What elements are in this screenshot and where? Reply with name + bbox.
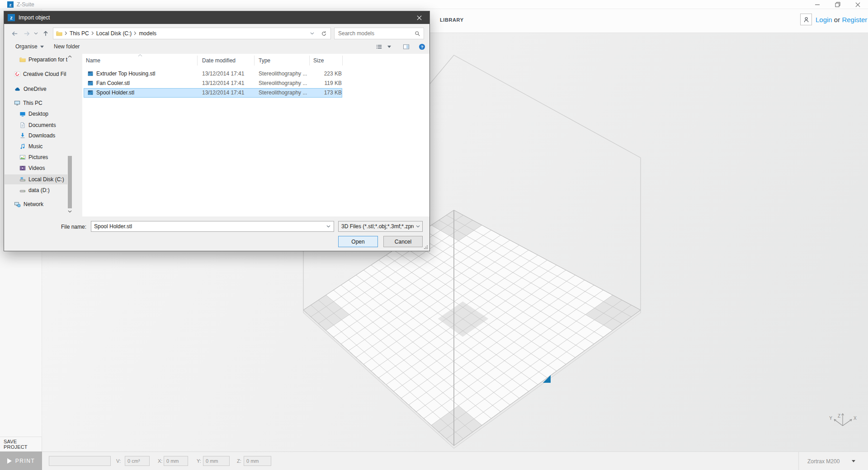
sidebar-item-desktop[interactable]: Desktop: [19, 109, 83, 119]
forward-button[interactable]: [21, 28, 32, 38]
music-icon: [19, 143, 26, 150]
sidebar-item-pictures[interactable]: Pictures: [19, 152, 83, 162]
column-divider: [254, 56, 255, 66]
open-button[interactable]: Open: [338, 236, 378, 247]
search-icon: [415, 31, 420, 37]
dialog-zsuite-logo-icon: z: [8, 14, 15, 21]
file-row-extruder-top-housing[interactable]: Extruder Top Housing.stl 13/12/2014 17:4…: [84, 69, 342, 79]
refresh-icon[interactable]: [321, 31, 327, 37]
address-history-dropdown[interactable]: [310, 32, 314, 35]
new-folder-button[interactable]: New folder: [54, 43, 80, 50]
sidebar-item-local-disk-c[interactable]: Local Disk (C:): [19, 174, 83, 184]
svg-text:z: z: [10, 15, 13, 20]
file-type-select[interactable]: 3D Files (*.stl;*.obj;*.3mf;*.zproj: [338, 221, 423, 232]
restore-icon[interactable]: [827, 0, 848, 9]
column-header-type[interactable]: Type: [259, 57, 270, 64]
status-bar: V: X: Y: Z: Zortrax M200: [42, 451, 868, 470]
sidebar-item-creative-cloud[interactable]: Creative Cloud Fil: [14, 69, 77, 79]
sidebar-item-preparation[interactable]: Preparation for t: [19, 55, 83, 65]
sidebar-scrollbar-thumb[interactable]: [68, 156, 72, 208]
printer-selector[interactable]: Zortrax M200: [798, 452, 868, 470]
library-tab: LIBRARY: [440, 17, 464, 23]
search-box: [334, 28, 424, 39]
breadcrumb-models[interactable]: models: [139, 30, 156, 37]
sidebar-item-this-pc[interactable]: This PC: [14, 98, 77, 108]
svg-text:Y: Y: [829, 416, 832, 421]
x-field[interactable]: [164, 456, 188, 466]
address-bar[interactable]: This PC Local Disk (C:) models: [53, 28, 331, 39]
breadcrumb-this-pc[interactable]: This PC: [70, 30, 89, 37]
change-view-icon[interactable]: [376, 43, 382, 50]
search-input[interactable]: [335, 30, 415, 37]
file-name-label: File name:: [58, 224, 86, 230]
z-label: Z:: [237, 458, 241, 464]
back-button[interactable]: [9, 28, 20, 38]
recent-locations-dropdown[interactable]: [32, 28, 39, 38]
account-button[interactable]: [800, 14, 812, 25]
organise-button[interactable]: Organise: [15, 43, 44, 50]
play-icon: [7, 458, 12, 464]
file-row-spool-holder-selected[interactable]: Spool Holder.stl 13/12/2014 17:41 Stereo…: [84, 88, 342, 98]
sidebar-item-videos[interactable]: Videos: [19, 163, 83, 173]
creative-cloud-icon: [14, 71, 20, 77]
column-divider: [197, 56, 198, 66]
scroll-down-icon[interactable]: [68, 210, 72, 213]
svg-text:z: z: [9, 2, 12, 7]
dialog-titlebar[interactable]: z Import object: [4, 11, 429, 24]
chevron-down-icon[interactable]: [326, 225, 330, 228]
caret-down-icon: [852, 460, 855, 462]
file-name-combo: [91, 221, 334, 232]
breadcrumb-separator: [134, 30, 137, 37]
local-disk-icon: [19, 176, 26, 183]
register-link[interactable]: Register: [842, 16, 867, 24]
network-icon: [14, 201, 21, 208]
x-label: X:: [158, 458, 162, 464]
file-row-fan-cooler[interactable]: Fan Cooler.stl 13/12/2014 17:41 Stereoli…: [84, 79, 342, 88]
pictures-icon: [19, 154, 26, 160]
y-field[interactable]: [203, 456, 230, 466]
cancel-button[interactable]: Cancel: [383, 236, 423, 247]
help-icon[interactable]: ?: [419, 43, 425, 50]
breadcrumb-local-disk[interactable]: Local Disk (C:): [96, 30, 132, 37]
y-label: Y:: [197, 458, 201, 464]
model-name-field[interactable]: [49, 456, 111, 466]
view-options-caret-icon[interactable]: [387, 46, 391, 48]
column-divider: [342, 56, 343, 66]
sidebar-item-downloads[interactable]: Downloads: [19, 131, 83, 141]
file-name-input[interactable]: [91, 223, 326, 230]
column-header-name[interactable]: Name: [86, 57, 100, 64]
computer-icon: [14, 100, 20, 106]
folder-icon: [19, 56, 26, 63]
drive-icon: [19, 187, 26, 193]
resize-grip[interactable]: [424, 245, 428, 249]
app-titlebar: z Z-Suite: [0, 0, 868, 9]
dialog-close-button[interactable]: [409, 11, 429, 24]
videos-icon: [19, 165, 26, 171]
z-field[interactable]: [244, 456, 271, 466]
sidebar-item-music[interactable]: Music: [19, 141, 83, 151]
file-list: Name Date modified Type Size Extruder To…: [82, 54, 429, 216]
breadcrumb-separator: [65, 30, 67, 37]
caret-down-icon: [40, 46, 44, 48]
close-icon[interactable]: [848, 0, 868, 9]
sidebar-item-onedrive[interactable]: OneDrive: [14, 84, 77, 94]
sort-ascending-icon: [138, 54, 142, 56]
app-title: Z-Suite: [17, 1, 34, 8]
column-header-date-modified[interactable]: Date modified: [202, 57, 236, 64]
documents-icon: [19, 122, 26, 128]
minimize-icon[interactable]: [807, 0, 827, 9]
login-link[interactable]: Login: [816, 16, 832, 24]
scroll-up-icon[interactable]: [68, 55, 72, 58]
zsuite-logo-icon: z: [7, 1, 14, 8]
sidebar-item-documents[interactable]: Documents: [19, 120, 83, 130]
volume-field[interactable]: [125, 456, 150, 466]
column-divider: [309, 56, 310, 66]
sidebar-item-data-d[interactable]: data (D:): [19, 185, 83, 195]
preview-pane-icon[interactable]: [403, 43, 410, 50]
window-controls: [807, 0, 868, 9]
save-project-button[interactable]: SAVE PROJECT: [0, 437, 42, 451]
up-button[interactable]: [40, 28, 51, 38]
column-header-size[interactable]: Size: [313, 57, 324, 64]
volume-label: V:: [116, 458, 121, 464]
print-button[interactable]: PRINT: [0, 451, 42, 470]
